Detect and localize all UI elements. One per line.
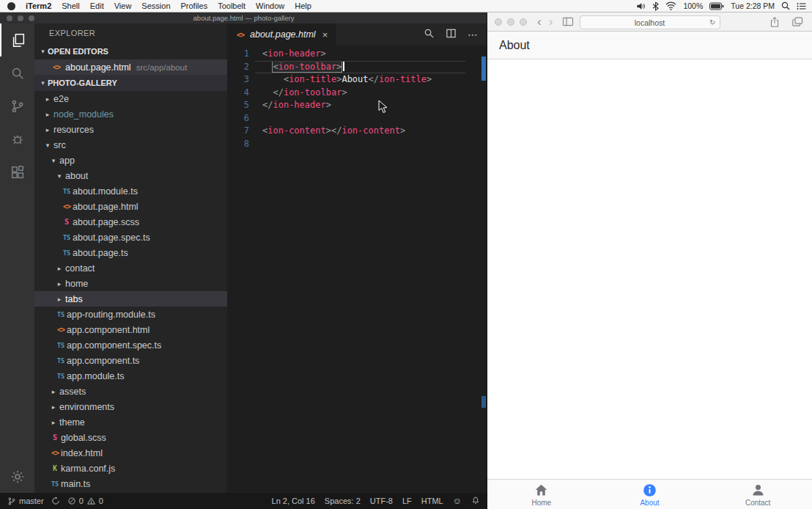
window-controls[interactable]: [495, 18, 527, 26]
menu-session[interactable]: Session: [141, 1, 170, 10]
file-about.module.ts[interactable]: TSabout.module.ts: [34, 183, 227, 199]
folder-contact[interactable]: ▸contact: [34, 260, 227, 276]
cursor-position[interactable]: Ln 2, Col 16: [272, 497, 315, 505]
sidebar-icon[interactable]: [562, 17, 574, 26]
folder-assets[interactable]: ▸assets: [34, 384, 227, 399]
spotlight-icon[interactable]: [781, 1, 790, 10]
settings-gear-icon[interactable]: [0, 460, 34, 493]
menu-edit[interactable]: Edit: [90, 1, 104, 10]
menu-help[interactable]: Help: [295, 1, 311, 10]
file-about.page.html[interactable]: <>about.page.html: [34, 199, 227, 214]
code-token: ion-content: [267, 125, 325, 136]
minimize-window-button[interactable]: [507, 18, 514, 26]
zoom-window-button[interactable]: [520, 18, 527, 26]
menubar-clock[interactable]: Tue 2:28 PM: [731, 1, 775, 10]
feedback-smiley-icon[interactable]: ☺: [453, 496, 462, 506]
debug-icon[interactable]: [0, 122, 34, 155]
notification-center-icon[interactable]: [797, 2, 806, 10]
bluetooth-icon[interactable]: [652, 1, 659, 11]
close-icon[interactable]: ×: [322, 30, 328, 40]
indentation[interactable]: Spaces: 2: [325, 497, 361, 505]
tab-contact[interactable]: Contact: [704, 480, 812, 509]
open-editor-item[interactable]: <> about.page.html src/app/about: [34, 59, 227, 75]
tab-about[interactable]: About: [596, 480, 704, 509]
tree-item-label: tabs: [65, 294, 83, 304]
tab-home[interactable]: Home: [487, 480, 596, 509]
files-icon[interactable]: [0, 23, 34, 56]
vscode-titlebar[interactable]: about.page.html — photo-gallery: [0, 12, 487, 23]
file-about.page.ts[interactable]: TSabout.page.ts: [34, 245, 227, 260]
menu-profiles[interactable]: Profiles: [181, 1, 208, 10]
back-icon[interactable]: ‹: [537, 15, 542, 28]
mouse-cursor: [378, 100, 388, 114]
search-icon[interactable]: [424, 28, 435, 42]
code-line-4[interactable]: 4 </ion-toolbar>: [227, 87, 487, 100]
menu-iterm2[interactable]: iTerm2: [26, 1, 51, 10]
file-karma.conf.js[interactable]: Kkarma.conf.js: [34, 461, 227, 476]
language-mode[interactable]: HTML: [421, 497, 443, 505]
folder-environments[interactable]: ▸environments: [34, 399, 227, 414]
tab-about-page-html[interactable]: <> about.page.html ×: [227, 23, 336, 45]
ts-file-icon: TS: [61, 249, 73, 257]
folder-e2e[interactable]: ▸e2e: [34, 91, 227, 106]
file-tree: ▸e2e▸node_modules▸resources▾src▾app▾abou…: [34, 91, 227, 491]
folder-resources[interactable]: ▸resources: [34, 122, 227, 137]
close-window-button[interactable]: [495, 18, 502, 26]
menu-shell[interactable]: Shell: [62, 1, 79, 10]
code-line-2[interactable]: 2 <ion-toolbar>: [227, 61, 487, 74]
wifi-icon[interactable]: [665, 1, 676, 10]
file-app-routing.module.ts[interactable]: TSapp-routing.module.ts: [34, 307, 227, 322]
apple-icon[interactable]: [7, 2, 15, 10]
code-line-8[interactable]: 8: [227, 138, 487, 151]
file-about.page.scss[interactable]: Sabout.page.scss: [34, 214, 227, 230]
menu-view[interactable]: View: [114, 1, 132, 10]
folder-node_modules[interactable]: ▸node_modules: [34, 106, 227, 122]
code-line-6[interactable]: 6: [227, 112, 487, 125]
extensions-icon[interactable]: [0, 155, 34, 188]
text-caret: [343, 62, 344, 71]
file-about.page.spec.ts[interactable]: TSabout.page.spec.ts: [34, 230, 227, 245]
open-editors-header[interactable]: ▾ OPEN EDITORS: [34, 43, 227, 59]
folder-home[interactable]: ▸home: [34, 276, 227, 291]
sync-icon[interactable]: [51, 497, 60, 505]
code-line-7[interactable]: 7<ion-content></ion-content>: [227, 125, 487, 138]
tree-item-label: contact: [65, 263, 95, 274]
chevron-right-icon: ▸: [49, 388, 58, 395]
eol-type[interactable]: LF: [402, 497, 412, 505]
code-line-1[interactable]: 1<ion-header>: [227, 48, 487, 61]
menu-toolbelt[interactable]: Toolbelt: [218, 1, 246, 10]
forward-icon[interactable]: ›: [549, 15, 553, 28]
folder-about[interactable]: ▾about: [34, 168, 227, 183]
file-app.component.spec.ts[interactable]: TSapp.component.spec.ts: [34, 337, 227, 353]
share-icon[interactable]: [769, 16, 780, 28]
search-icon[interactable]: [0, 56, 34, 89]
bell-icon[interactable]: [471, 496, 480, 507]
problems-indicator[interactable]: 0 0: [67, 497, 103, 505]
file-app.module.ts[interactable]: TSapp.module.ts: [34, 368, 227, 384]
encoding[interactable]: UTF-8: [370, 497, 393, 505]
folder-theme[interactable]: ▸theme: [34, 414, 227, 430]
folder-app[interactable]: ▾app: [34, 153, 227, 168]
tabs-icon[interactable]: [791, 16, 803, 27]
code-line-3[interactable]: 3 <ion-title>About</ion-title>: [227, 73, 487, 87]
battery-icon[interactable]: [709, 2, 724, 10]
file-app.component.ts[interactable]: TSapp.component.ts: [34, 353, 227, 368]
source-control-icon[interactable]: [0, 89, 34, 122]
git-branch-indicator[interactable]: master: [7, 497, 44, 506]
code-editor[interactable]: 1<ion-header>2 <ion-toolbar>3 <ion-title…: [227, 45, 487, 493]
file-global.scss[interactable]: Sglobal.scss: [34, 430, 227, 445]
folder-tabs[interactable]: ▸tabs: [34, 291, 227, 307]
file-index.html[interactable]: <>index.html: [34, 445, 227, 461]
chevron-down-icon: ▾: [38, 48, 48, 55]
folder-src[interactable]: ▾src: [34, 137, 227, 153]
file-app.component.html[interactable]: <>app.component.html: [34, 322, 227, 337]
menu-window[interactable]: Window: [256, 1, 284, 10]
more-actions-icon[interactable]: ⋯: [468, 29, 479, 40]
code-line-5[interactable]: 5</ion-header>: [227, 99, 487, 112]
split-editor-icon[interactable]: [446, 28, 457, 42]
address-bar[interactable]: localhost ↻: [580, 15, 720, 29]
project-section-header[interactable]: ▾ PHOTO-GALLERY: [34, 75, 227, 91]
volume-icon[interactable]: [636, 1, 646, 11]
reload-icon[interactable]: ↻: [709, 18, 715, 26]
file-main.ts[interactable]: TSmain.ts: [34, 476, 227, 491]
